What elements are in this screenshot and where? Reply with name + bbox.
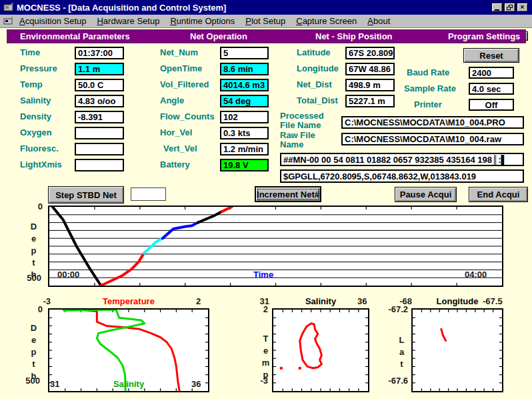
ts-temp-label: Temp bbox=[261, 334, 270, 382]
label-oxygen: Oxygen bbox=[20, 128, 52, 137]
field-printer[interactable]: Off bbox=[469, 99, 514, 111]
title-bar: MOCNESS - [Data Acquisition and Control … bbox=[0, 0, 532, 15]
label-pressure: Pressure bbox=[20, 64, 57, 73]
lon-tick-max: -67.5 bbox=[483, 297, 503, 306]
field-processed-file[interactable]: C:\MOCNESS\MOCDATA\M10_004.PRO bbox=[341, 116, 524, 129]
lat-axis-label: Lat bbox=[397, 335, 406, 371]
field-temp[interactable]: 50.0 C bbox=[75, 79, 124, 91]
longitude-axis-label: Longitude bbox=[431, 297, 484, 306]
close-button[interactable]: × bbox=[517, 3, 528, 12]
minimize-button[interactable] bbox=[491, 3, 503, 12]
field-vol-filtered[interactable]: 4014.6 m3 bbox=[220, 79, 269, 91]
increment-net-button[interactable]: Increment Net# bbox=[255, 186, 321, 202]
temperature-axis-label: Temperature bbox=[79, 297, 179, 306]
menu-runtime-options[interactable]: Runtime Options bbox=[165, 16, 240, 26]
field-open-time[interactable]: 8.6 min bbox=[220, 63, 269, 75]
salinity-axis-tick-min: 31 bbox=[50, 380, 59, 388]
profile-depth-label: Depth bbox=[29, 323, 38, 383]
field-pressure[interactable]: 1.1 m bbox=[75, 63, 124, 75]
profile-depth-tick-500: 500 bbox=[19, 376, 40, 385]
field-baud-rate[interactable]: 2400 bbox=[469, 67, 514, 79]
label-longitude: Longitude bbox=[297, 64, 339, 73]
label-raw-file: Raw File Name bbox=[280, 131, 339, 149]
field-fluoresc[interactable] bbox=[75, 143, 124, 155]
depth-axis-tick-500: 500 bbox=[20, 274, 41, 282]
section-title-environmental: Environmental Parameters bbox=[20, 31, 130, 41]
field-raw-file[interactable]: C:\MOCNESS\MOCDATA\M10_004.raw bbox=[341, 133, 524, 145]
field-telemetry-string[interactable]: ##MN-00 00 54 0811 01882 0657 932385 435… bbox=[280, 153, 524, 166]
label-flow-counts: Flow_Counts bbox=[160, 112, 215, 121]
end-acqui-button[interactable]: End Acqui bbox=[469, 187, 528, 202]
field-angle[interactable]: 54 deg bbox=[220, 95, 269, 107]
label-salinity: Salinity bbox=[20, 96, 51, 105]
restore-icon bbox=[507, 5, 513, 10]
field-net-num[interactable]: 5 bbox=[220, 47, 269, 59]
pause-acqui-button[interactable]: Pause Acqui bbox=[395, 187, 457, 202]
label-net-num: Net_Num bbox=[160, 48, 198, 57]
label-latitude: Latitude bbox=[297, 48, 331, 57]
field-flow-counts[interactable]: 102 bbox=[220, 111, 269, 123]
label-battery: Battery bbox=[160, 160, 190, 169]
label-vol-filtered: Vol_Filtered bbox=[160, 80, 209, 89]
field-oxygen[interactable] bbox=[75, 127, 124, 139]
field-sample-rate[interactable]: 4.0 sec bbox=[469, 83, 514, 95]
label-total-dist: Total_Dist bbox=[297, 96, 338, 105]
net-entry-box[interactable] bbox=[131, 187, 166, 201]
minimize-icon bbox=[495, 9, 499, 11]
salinity-axis-tick-max: 36 bbox=[191, 380, 201, 388]
track-chart bbox=[411, 308, 503, 392]
field-longitude[interactable]: 67W 48.86 bbox=[345, 63, 395, 75]
window-title: MOCNESS - [Data Acquisition and Control … bbox=[17, 3, 226, 13]
field-hor-vel[interactable]: 0.3 kts bbox=[220, 127, 269, 139]
lat-tick-top: -67.2 bbox=[384, 305, 408, 314]
ts-plot bbox=[273, 310, 368, 391]
menu-hardware-setup[interactable]: Hardware Setup bbox=[91, 16, 165, 26]
step-stbd-net-button[interactable]: Step STBD Net bbox=[48, 186, 124, 204]
mdi-system-icon[interactable] bbox=[3, 17, 14, 26]
app-icon bbox=[3, 2, 14, 13]
field-lightxmis[interactable] bbox=[75, 159, 124, 171]
close-icon: × bbox=[521, 4, 525, 11]
label-vert-vel: Vert_Vel bbox=[163, 144, 197, 153]
temp-axis-tick-max: 2 bbox=[196, 297, 201, 306]
field-latitude[interactable]: 67S 20.809 bbox=[345, 47, 395, 59]
label-open-time: OpenTime bbox=[160, 64, 202, 73]
label-printer: Printer bbox=[414, 100, 442, 109]
label-sample-rate: Sample Rate bbox=[404, 84, 456, 93]
ts-salinity-tick-max: 36 bbox=[357, 297, 367, 306]
label-baud-rate: Baud Rate bbox=[407, 68, 449, 77]
field-total-dist[interactable]: 5227.1 m bbox=[345, 95, 395, 107]
field-net-dist[interactable]: 498.9 m bbox=[345, 79, 395, 91]
depth-time-chart bbox=[48, 206, 503, 287]
ts-temp-tick-min: -3 bbox=[255, 376, 268, 385]
menu-plot-setup[interactable]: Plot Setup bbox=[240, 16, 291, 26]
section-title-program-settings: Program Settings bbox=[448, 31, 520, 41]
salinity-axis-label: Salinity bbox=[102, 380, 155, 388]
label-temp: Temp bbox=[20, 80, 43, 89]
field-time[interactable]: 01:37:00 bbox=[75, 47, 124, 59]
time-axis-tick-end: 04:00 bbox=[465, 270, 487, 279]
ts-salinity-label: Salinity bbox=[294, 297, 347, 306]
menu-acquisition-setup[interactable]: Acquisition Setup bbox=[14, 16, 91, 26]
section-title-ship-position: Net - Ship Position bbox=[315, 31, 393, 41]
menu-capture-screen[interactable]: Capture Screen bbox=[291, 16, 362, 26]
label-fluoresc: Fluoresc. bbox=[20, 144, 59, 153]
field-vert-vel[interactable]: 1.2 m/min bbox=[220, 143, 269, 155]
ts-chart bbox=[272, 308, 369, 392]
restore-button[interactable] bbox=[504, 3, 515, 12]
depth-time-plot bbox=[49, 207, 502, 286]
label-time: Time bbox=[20, 48, 40, 57]
depth-axis-tick-0: 0 bbox=[29, 202, 43, 211]
menu-bar: Acquisition Setup Hardware Setup Runtime… bbox=[0, 15, 532, 28]
field-battery[interactable]: 19.8 V bbox=[220, 159, 269, 171]
field-gps-string[interactable]: $GPGLL,6720.8095,S,06748.8632,W,013843.0… bbox=[280, 169, 524, 183]
lat-tick-bottom: -67.6 bbox=[384, 376, 408, 385]
time-axis-tick-start: 00:00 bbox=[57, 270, 79, 279]
field-density[interactable]: -8.391 bbox=[75, 111, 124, 123]
label-net-dist: Net_Dist bbox=[297, 80, 332, 89]
menu-about[interactable]: About bbox=[362, 16, 395, 26]
reset-button[interactable]: Reset bbox=[463, 48, 519, 63]
field-salinity[interactable]: 4.83 o/oo bbox=[75, 95, 124, 107]
profile-depth-tick-0: 0 bbox=[32, 305, 43, 314]
label-hor-vel: Hor_Vel bbox=[160, 128, 192, 137]
